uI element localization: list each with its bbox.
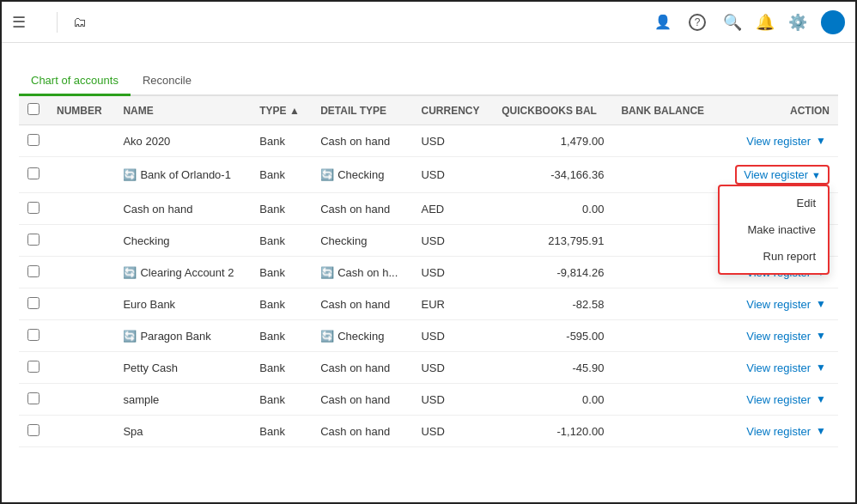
row-checkbox[interactable]	[27, 329, 40, 341]
action-dropdown-menu: Edit Make inactive Run report	[718, 185, 830, 275]
row-currency: USD	[412, 125, 493, 157]
row-bank-balance	[612, 193, 719, 225]
action-dropdown-button[interactable]: ▼	[812, 423, 830, 439]
row-qb-balance: 1,479.00	[493, 125, 612, 157]
row-number	[48, 384, 114, 416]
dropdown-item-make-inactive[interactable]: Make inactive	[720, 216, 828, 243]
row-detail-type: 🔄Checking	[312, 320, 412, 352]
row-name: 🔄Bank of Orlando-1	[114, 157, 251, 193]
row-checkbox[interactable]	[27, 134, 40, 146]
action-dropdown-button[interactable]: ▼	[812, 328, 830, 343]
view-register-button[interactable]: View register	[746, 330, 811, 343]
table-row: Euro BankBankCash on handEUR-82.58 View …	[19, 288, 838, 320]
action-group: View register ▼	[746, 423, 830, 439]
view-register-button[interactable]: View register	[746, 425, 811, 438]
avatar[interactable]	[821, 10, 845, 34]
table-row: SpaBankCash on handUSD-1,120.00 View reg…	[19, 416, 838, 447]
action-dropdown-button[interactable]: ▼	[812, 133, 830, 149]
row-checkbox[interactable]	[27, 202, 40, 214]
tab-reconcile[interactable]: Reconcile	[131, 67, 204, 96]
row-currency: USD	[412, 157, 493, 193]
row-type: Bank	[251, 225, 312, 257]
sync-icon: 🔄	[123, 266, 137, 279]
row-qb-balance: 213,795.91	[493, 225, 612, 257]
row-detail-type: Cash on hand	[312, 416, 412, 447]
row-qb-balance: -595.00	[493, 320, 612, 352]
row-checkbox[interactable]	[27, 234, 40, 246]
sync-icon: 🔄	[123, 168, 137, 181]
help-button[interactable]: ?	[689, 14, 709, 31]
row-checkbox-cell	[19, 193, 48, 225]
sync-icon: 🔄	[320, 266, 334, 279]
row-checkbox[interactable]	[27, 361, 40, 373]
row-bank-balance	[612, 225, 719, 257]
row-checkbox-cell	[19, 288, 48, 320]
row-action-cell: View register ▼	[720, 416, 838, 447]
row-qb-balance: -45.90	[493, 352, 612, 384]
my-experts-button[interactable]: 👤	[654, 14, 675, 30]
row-type: Bank	[251, 193, 312, 225]
table-row: Ako 2020BankCash on handUSD1,479.00 View…	[19, 125, 838, 157]
row-checkbox-cell	[19, 257, 48, 288]
row-name: Petty Cash	[114, 352, 251, 384]
table-row: 🔄Bank of Orlando-1Bank🔄CheckingUSD-34,16…	[19, 157, 838, 193]
row-name: Ako 2020	[114, 125, 251, 157]
tab-chart-of-accounts[interactable]: Chart of accounts	[19, 67, 131, 96]
dropdown-item-run-report[interactable]: Run report	[720, 243, 828, 270]
dropdown-item-edit[interactable]: Edit	[720, 190, 828, 216]
row-currency: USD	[412, 257, 493, 288]
row-checkbox[interactable]	[27, 297, 40, 309]
header-detail-type: DETAIL TYPE	[312, 96, 412, 125]
action-dropdown-button[interactable]: ▼	[812, 296, 830, 312]
row-detail-type: Cash on hand	[312, 384, 412, 416]
tab-bar: Chart of accounts Reconcile	[19, 67, 838, 96]
row-currency: USD	[412, 352, 493, 384]
menu-icon[interactable]: ☰	[12, 13, 26, 32]
row-checkbox-cell	[19, 384, 48, 416]
view-register-button[interactable]: View register	[746, 135, 811, 148]
row-checkbox-cell	[19, 157, 48, 193]
row-bank-balance	[612, 352, 719, 384]
row-checkbox[interactable]	[27, 265, 40, 277]
row-type: Bank	[251, 320, 312, 352]
view-register-button[interactable]: View register	[746, 298, 811, 311]
row-bank-balance	[612, 288, 719, 320]
row-currency: USD	[412, 384, 493, 416]
row-checkbox[interactable]	[27, 167, 40, 179]
view-register-highlighted-button[interactable]: View register ▼	[735, 165, 830, 185]
row-qb-balance: -34,166.36	[493, 157, 612, 193]
select-all-checkbox[interactable]	[27, 103, 40, 115]
action-dropdown-button[interactable]: ▼	[812, 392, 830, 407]
row-action-cell: View register ▼	[720, 384, 838, 416]
header-number: NUMBER	[48, 96, 114, 125]
row-detail-type: Checking	[312, 225, 412, 257]
notification-icon[interactable]: 🔔	[756, 13, 775, 32]
view-register-label: View register	[744, 168, 808, 181]
row-bank-balance	[612, 257, 719, 288]
row-checkbox[interactable]	[27, 392, 40, 404]
row-qb-balance: -1,120.00	[493, 416, 612, 447]
table-row: 🔄Clearing Account 2Bank🔄Cash on h...USD-…	[19, 257, 838, 288]
row-detail-type: Cash on hand	[312, 125, 412, 157]
settings-icon[interactable]: ⚙️	[788, 13, 807, 32]
header-checkbox-col	[19, 96, 48, 125]
view-register-button[interactable]: View register	[746, 393, 811, 406]
row-number	[48, 288, 114, 320]
row-name: 🔄Paragon Bank	[114, 320, 251, 352]
search-icon[interactable]: 🔍	[723, 13, 742, 32]
row-number	[48, 352, 114, 384]
row-detail-type: Cash on hand	[312, 288, 412, 320]
row-detail-type: Cash on hand	[312, 352, 412, 384]
action-dropdown-button[interactable]: ▼	[812, 360, 830, 375]
view-register-button[interactable]: View register	[746, 361, 811, 374]
header-type[interactable]: TYPE ▲	[251, 96, 312, 125]
table-row: Petty CashBankCash on handUSD-45.90 View…	[19, 352, 838, 384]
row-number	[48, 157, 114, 193]
table-row: CheckingBankCheckingUSD213,795.91 View r…	[19, 225, 838, 257]
row-number	[48, 225, 114, 257]
main-content: Chart of accounts Reconcile NUMBER NAME …	[2, 43, 855, 447]
row-checkbox[interactable]	[27, 424, 40, 436]
row-type: Bank	[251, 288, 312, 320]
row-checkbox-cell	[19, 352, 48, 384]
help-icon: ?	[689, 14, 706, 31]
